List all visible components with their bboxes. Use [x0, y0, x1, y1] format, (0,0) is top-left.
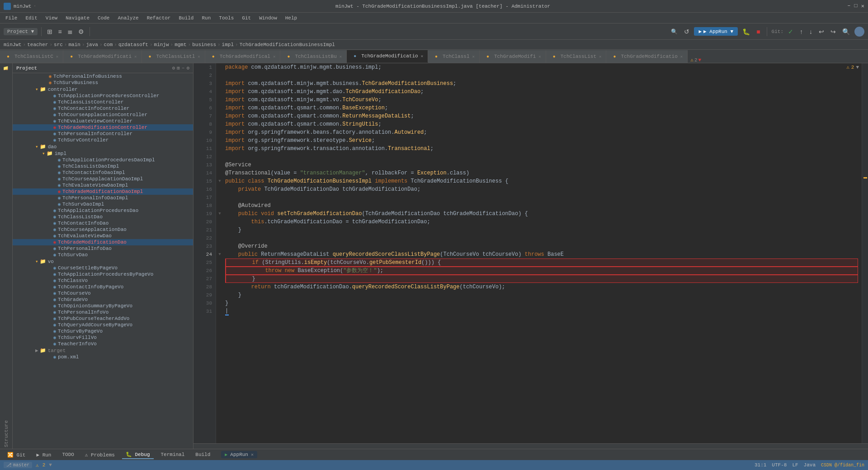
tree-item-tchqueryaddcoursebypagevo[interactable]: ◉ TchQueryAddCourseByPageVo [13, 322, 193, 328]
breadcrumb-minjw[interactable]: minjw [154, 42, 169, 47]
tab-close-9[interactable]: ✕ [599, 54, 601, 59]
tree-item-tchevaluateviewdao[interactable]: ◉ TchEvaluateViewDao [13, 233, 193, 239]
toolbar-undo-btn[interactable]: ↩ [817, 27, 826, 36]
build-tab[interactable]: Build [192, 451, 214, 458]
toolbar-settings-btn[interactable]: ⚙ [76, 27, 86, 36]
breadcrumb-mgmt[interactable]: mgmt [175, 42, 186, 47]
tree-item-teacherinfovo[interactable]: ◉ TeacherInfoVo [13, 341, 193, 347]
run-config[interactable]: ▶ ▶ AppRun ▼ [694, 27, 738, 36]
tab-tchclasslistbu[interactable]: ● TchClassListBu ✕ [280, 50, 347, 63]
tab-tchgrademodificatio-active[interactable]: ● TchGradeModificatio ✕ [347, 50, 428, 63]
tree-item-tchpersonalinfobusiness[interactable]: ◉ TchPersonalInfoBusiness [13, 73, 193, 80]
breadcrumb-main[interactable]: main [68, 42, 80, 47]
toolbar-unindent-btn[interactable]: ≣ [66, 27, 75, 36]
menu-code[interactable]: Code [94, 14, 113, 22]
git-branch-badge[interactable]: ⎇ master [4, 462, 32, 468]
tab-warnings[interactable]: ⚠2▼ [688, 57, 704, 63]
tree-item-tchcourseapplacationdaoimpl[interactable]: ◉ TchCourseApplacationDaoImpl [13, 176, 193, 182]
tree-item-tchcoursevo[interactable]: ◉ TchCourseVo [13, 290, 193, 296]
breadcrumb-business[interactable]: business [192, 42, 216, 47]
tree-item-coursesettlebypagevo[interactable]: ◉ CourseSettleByPageVo [13, 265, 193, 271]
code-text[interactable]: package com.qzdatasoft.minjw.mgmt.busine… [223, 63, 862, 443]
tab-close-3[interactable]: ✕ [198, 54, 200, 59]
tree-item-pomxml[interactable]: ◉ pom.xml [13, 354, 193, 360]
menu-window[interactable]: Window [255, 14, 281, 22]
breadcrumb-java[interactable]: java [86, 42, 98, 47]
git-pull-btn[interactable]: ↓ [807, 27, 814, 36]
breadcrumb-impl[interactable]: impl [222, 42, 234, 47]
minimize-button[interactable]: – [847, 3, 850, 9]
tree-item-tchgradevo[interactable]: ◉ TchGradeVo [13, 296, 193, 303]
git-tab[interactable]: 🔀 Git [4, 451, 29, 459]
run-tab[interactable]: ▶ Run [33, 451, 55, 459]
tab-close-2[interactable]: ✕ [134, 54, 137, 59]
tab-tchclasslist[interactable]: ● TchClassList ✕ [546, 50, 607, 63]
tree-item-tchcontactinfocontroller[interactable]: ◉ TchContactInfoController [13, 105, 193, 112]
toolbar-sync-btn[interactable]: ↺ [682, 27, 691, 36]
tree-item-tchgrademodificationcontroller[interactable]: ◉ TchGradeModificationController [13, 124, 193, 131]
tree-item-tchapplicationproceduresdao[interactable]: ◉ TchApplicationProceduresDao [13, 207, 193, 214]
tree-item-tchgrademodificationdaoimpl[interactable]: ◉ TchGradeModificationDaoImpl [13, 188, 193, 195]
tree-item-tchclasslistcontroller[interactable]: ◉ TchClassListController [13, 99, 193, 105]
maximize-button[interactable]: □ [854, 3, 858, 9]
tree-item-tchpersonalinfodao[interactable]: ◉ TchPersonalInfoDao [13, 245, 193, 252]
tree-item-tchsurvbusiness[interactable]: ◉ TchSurvBusiness [13, 80, 193, 86]
breadcrumb-qzdatasoft[interactable]: qzdatasoft [118, 42, 148, 47]
menu-file[interactable]: File [2, 14, 21, 22]
tree-item-vo[interactable]: ▾ 📁 vo [13, 258, 193, 265]
menu-help[interactable]: Help [282, 14, 301, 22]
tab-tchgrademodificati[interactable]: ● TchGradeModificati ✕ [63, 50, 142, 63]
horizontal-scrollbar[interactable] [193, 443, 868, 449]
git-push-btn[interactable]: ↑ [798, 27, 805, 36]
problems-tab[interactable]: ⚠ Problems [81, 451, 118, 459]
tree-item-tchpersonalinfodaoimpl[interactable]: ◉ TchPersonalInfoDaoImpl [13, 195, 193, 201]
menu-git[interactable]: Git [238, 14, 255, 22]
tree-item-dao[interactable]: ▾ 📁 dao [13, 143, 193, 150]
tab-close-1[interactable]: ✕ [56, 54, 58, 59]
tree-item-tchpersonalinfocontroller[interactable]: ◉ TchPersonalInfoController [13, 131, 193, 137]
menu-build[interactable]: Build [175, 14, 197, 22]
terminal-tab[interactable]: Terminal [157, 451, 189, 458]
todo-tab[interactable]: TODO [58, 451, 77, 458]
tree-item-tchpersonalinfovo[interactable]: ◉ TchPersonalInfoVo [13, 309, 193, 315]
tab-tchclasslistc[interactable]: ● TchClassListC ✕ [0, 50, 63, 63]
tab-tchclasslistl[interactable]: ● TchClassListl ✕ [142, 50, 205, 63]
structure-icon[interactable]: Structure [4, 420, 9, 447]
tab-tchgrademodificatio2[interactable]: ● TchGradeModificatio ✕ [606, 50, 688, 63]
tree-item-tchcontactinfodao[interactable]: ◉ TchContactInfoDao [13, 220, 193, 226]
tree-item-tchcourseapplacationcontroller[interactable]: ◉ TchCourseApplacationController [13, 112, 193, 118]
toolbar-indent-btn[interactable]: ≡ [56, 27, 63, 36]
tree-item-tchcourseapplacationdao[interactable]: ◉ TchCourseApplacationDao [13, 226, 193, 233]
tree-item-tchapplicationproceduresbypagevo[interactable]: ◉ TchApplicationProceduresByPageVo [13, 271, 193, 277]
menu-tools[interactable]: Tools [215, 14, 237, 22]
tree-item-tchcontactinfobypagevo[interactable]: ◉ TchContactInfoByPageVo [13, 284, 193, 290]
tree-item-tchevaluateviewdaoimpl[interactable]: ◉ TchEvaluateViewDaoImpl [13, 182, 193, 188]
tree-item-tchclassvo[interactable]: ◉ TchClassVo [13, 277, 193, 284]
tab-close-8[interactable]: ✕ [538, 54, 541, 59]
toolbar-stop-btn[interactable]: ■ [755, 27, 762, 36]
sidebar-settings-icon[interactable]: ⚙ [186, 65, 189, 71]
tab-tchgrademodifi[interactable]: ● TchGradeModifi ✕ [480, 50, 546, 63]
breadcrumb-minjwt[interactable]: minJwt [4, 42, 22, 47]
tab-tchclassl[interactable]: ● TchClassl ✕ [428, 50, 480, 63]
project-icon[interactable]: 📁 [4, 66, 9, 71]
debug-tab-btn[interactable]: 🐛 Debug [122, 451, 154, 459]
tree-item-impl[interactable]: ▾ 📁 impl [13, 150, 193, 157]
tree-item-target[interactable]: ▶ 📁 target [13, 347, 193, 354]
sidebar-gear-icon[interactable]: ⚙ [172, 65, 175, 71]
breadcrumb-teacher[interactable]: teacher [27, 42, 48, 47]
tree-item-tchpubcourseteacheraddvo[interactable]: ◉ TchPubCourseTeacherAddVo [13, 315, 193, 322]
tab-close-7[interactable]: ✕ [472, 54, 475, 59]
breadcrumb-com[interactable]: com [104, 42, 113, 47]
menu-navigate[interactable]: Navigate [62, 14, 93, 22]
tab-tchgrademodifical[interactable]: ● TchGradeModifical ✕ [205, 50, 281, 63]
tab-close-6[interactable]: ✕ [421, 54, 423, 59]
menu-edit[interactable]: Edit [22, 14, 41, 22]
tree-item-tchsurvdaoimpl[interactable]: ◉ TchSurvDaoImpl [13, 201, 193, 207]
tree-item-tchapplicationprocedurescontroller[interactable]: ◉ TchApplicationProceduresController [13, 93, 193, 99]
breadcrumb-src[interactable]: src [54, 42, 63, 47]
tree-item-tchclasslistdaoimpl[interactable]: ◉ TchClassListDaoImpl [13, 163, 193, 169]
tree-item-tchsurvdao[interactable]: ◉ TchSurvDao [13, 252, 193, 258]
apprun-close[interactable]: ✕ [251, 452, 254, 457]
menu-run[interactable]: Run [198, 14, 214, 22]
